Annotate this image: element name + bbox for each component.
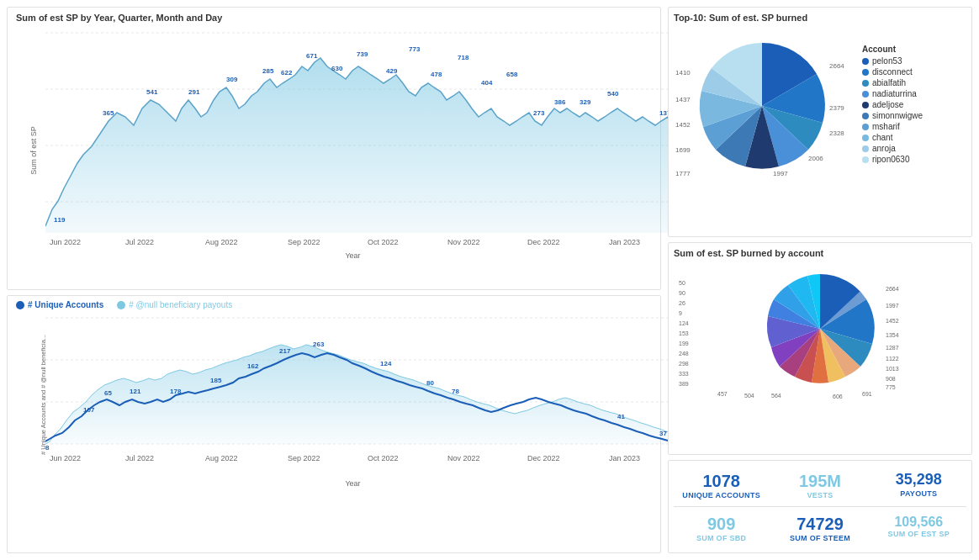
top-pie-legend: Account pelon53 disconnect abialfatih	[862, 45, 923, 166]
svg-text:248: 248	[679, 351, 689, 357]
bottom-pie-svg: 50 90 26 9 124 153 199 248 298 333 389 4…	[677, 262, 963, 400]
svg-text:Jul 2022: Jul 2022	[125, 238, 154, 246]
legend-label-simonnwigwe: simonnwigwe	[872, 111, 923, 120]
legend-dot-simonnwigwe	[862, 113, 869, 119]
stat-label-payouts: Payouts	[873, 489, 965, 498]
svg-text:504: 504	[744, 393, 754, 399]
svg-text:Jun 2022: Jun 2022	[50, 238, 81, 246]
svg-text:1287: 1287	[886, 345, 899, 351]
svg-text:2664: 2664	[886, 286, 899, 292]
svg-text:389: 389	[679, 381, 689, 387]
svg-text:285: 285	[262, 67, 274, 75]
legend-label-abialfatih: abialfatih	[872, 78, 906, 87]
svg-text:1122: 1122	[886, 356, 899, 362]
legend-dot-adeljose	[862, 102, 869, 108]
stat-value-sbd: 909	[675, 514, 767, 534]
legend-dot-ripon0630	[862, 156, 869, 163]
legend-label-ripon0630: ripon0630	[872, 155, 909, 164]
legend-item-pelon53: pelon53	[862, 56, 923, 66]
svg-text:Sep 2022: Sep 2022	[288, 454, 320, 462]
svg-text:Oct 2022: Oct 2022	[368, 238, 399, 246]
svg-text:Jul 2022: Jul 2022	[125, 454, 154, 462]
svg-text:Dec 2022: Dec 2022	[527, 454, 560, 462]
stat-label-steem: Sum of STEEM	[774, 534, 865, 542]
legend-label-chant: chant	[872, 133, 892, 142]
svg-text:9: 9	[679, 310, 682, 316]
top-pie-svg-wrapper: 2664 2379 2328 2006 1997 1777 1699 1452 …	[674, 26, 859, 184]
svg-text:153: 153	[679, 330, 689, 336]
svg-text:50: 50	[679, 280, 685, 286]
svg-text:Dec 2022: Dec 2022	[527, 238, 560, 246]
svg-text:457: 457	[717, 391, 728, 397]
legend-dot-anroja	[862, 145, 869, 152]
svg-text:386: 386	[554, 98, 566, 106]
legend-null-payouts: # @null beneficiary payouts	[117, 300, 232, 309]
stat-value-vests: 195M	[774, 471, 865, 491]
svg-text:1997: 1997	[886, 303, 899, 309]
legend-label-disconnect: disconnect	[872, 67, 913, 77]
stat-label-unique-accounts: Unique Accounts	[675, 491, 767, 499]
svg-text:Oct 2022: Oct 2022	[368, 454, 399, 462]
svg-text:541: 541	[146, 88, 158, 96]
legend-item-simonnwigwe: simonnwigwe	[862, 111, 923, 120]
svg-text:178: 178	[170, 388, 182, 395]
stat-label-est-sp: Sum of est SP	[873, 530, 965, 538]
stat-payouts: 35,298 Payouts	[871, 468, 966, 503]
stat-vests: 195M VESTS	[772, 468, 867, 503]
bottom-chart-svg: 300 200 100 0	[45, 311, 672, 479]
svg-text:1410: 1410	[675, 69, 691, 77]
svg-text:Aug 2022: Aug 2022	[205, 454, 238, 462]
main-container: Sum of est SP by Year, Quarter, Month an…	[0, 0, 979, 560]
svg-text:1452: 1452	[675, 121, 691, 129]
svg-text:37: 37	[659, 430, 667, 437]
svg-text:1354: 1354	[886, 332, 899, 338]
svg-text:622: 622	[281, 69, 293, 77]
legend-unique-accounts: # Unique Accounts	[16, 300, 103, 309]
svg-text:273: 273	[533, 109, 545, 117]
legend-label-adeljose: adeljose	[872, 100, 903, 109]
svg-text:291: 291	[188, 88, 200, 96]
stat-value-steem: 74729	[774, 514, 865, 534]
legend-item-abialfatih: abialfatih	[862, 78, 923, 87]
stat-value-est-sp: 109,566	[873, 514, 965, 530]
svg-text:2006: 2006	[808, 155, 823, 162]
legend-dot-disconnect	[862, 69, 869, 76]
svg-text:78: 78	[452, 388, 459, 395]
svg-text:739: 739	[357, 50, 368, 58]
svg-text:478: 478	[431, 71, 442, 78]
top-pie-title: Top-10: Sum of est. SP burned	[674, 13, 966, 23]
stat-divider	[674, 506, 966, 507]
stat-unique-accounts: 1078 Unique Accounts	[674, 468, 769, 503]
svg-text:329: 329	[579, 98, 591, 106]
svg-text:630: 630	[331, 65, 343, 72]
bottom-chart-container: # Unique Accounts # @null beneficiary pa…	[7, 295, 661, 553]
svg-text:124: 124	[679, 320, 689, 326]
top-x-axis-title: Year	[45, 251, 660, 260]
svg-text:671: 671	[306, 52, 318, 60]
legend-dot-nadiaturrina	[862, 91, 869, 98]
bottom-pie-content: 50 90 26 9 124 153 199 248 298 333 389 4…	[674, 262, 966, 400]
bottom-pie-container: Sum of est. SP burned by account	[668, 242, 972, 455]
svg-text:Aug 2022: Aug 2022	[205, 238, 238, 246]
svg-text:404: 404	[481, 79, 493, 87]
stat-steem: 74729 Sum of STEEM	[772, 510, 867, 546]
legend-label-light: # @null beneficiary payouts	[129, 300, 232, 309]
svg-text:775: 775	[886, 384, 896, 390]
top-chart-title: Sum of est SP by Year, Quarter, Month an…	[8, 8, 660, 24]
bottom-x-axis-title: Year	[45, 479, 660, 488]
bottom-y-axis-title: # Unique Accounts and # @null beneficia.…	[40, 388, 47, 455]
legend-item-disconnect: disconnect	[862, 67, 923, 77]
svg-text:658: 658	[506, 71, 518, 78]
svg-text:691: 691	[862, 391, 872, 397]
top-chart-container: Sum of est SP by Year, Quarter, Month an…	[7, 7, 661, 290]
legend-title: Account	[862, 45, 923, 54]
stat-label-sbd: Sum of SBD	[675, 534, 767, 542]
stat-value-unique-accounts: 1078	[675, 471, 767, 491]
svg-text:185: 185	[210, 377, 222, 384]
svg-text:Jan 2023: Jan 2023	[609, 238, 640, 246]
svg-text:1452: 1452	[886, 318, 899, 324]
svg-text:121: 121	[130, 388, 141, 395]
svg-text:41: 41	[617, 413, 625, 420]
svg-text:298: 298	[679, 361, 689, 367]
legend-item-adeljose: adeljose	[862, 100, 923, 109]
